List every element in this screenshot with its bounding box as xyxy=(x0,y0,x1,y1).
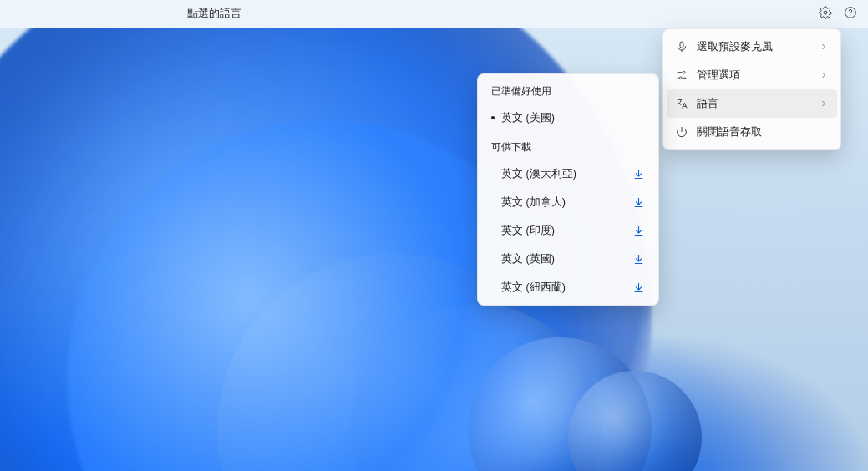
wallpaper-petal xyxy=(351,304,602,471)
svg-point-4 xyxy=(683,71,685,73)
language-item-downloadable[interactable]: 英文 (加拿大) xyxy=(481,188,655,216)
language-label: 英文 (印度) xyxy=(501,224,632,238)
help-icon xyxy=(844,6,857,22)
language-item-downloadable[interactable]: 英文 (紐西蘭) xyxy=(481,273,655,301)
selected-bullet-icon xyxy=(491,116,495,119)
topbar-title: 點選的語言 xyxy=(187,7,241,21)
chevron-right-icon xyxy=(819,70,829,80)
svg-rect-3 xyxy=(680,42,683,48)
chevron-right-icon xyxy=(819,99,829,109)
language-label: 英文 (紐西蘭) xyxy=(501,281,632,295)
download-icon[interactable] xyxy=(632,281,645,294)
download-icon[interactable] xyxy=(632,224,645,237)
menu-item-manage-options[interactable]: 管理選項 xyxy=(667,61,837,89)
language-panel: 已準備好使用 英文 (美國) 可供下載 英文 (澳大利亞) 英文 (加拿大) 英… xyxy=(477,73,659,306)
language-item-downloadable[interactable]: 英文 (印度) xyxy=(481,216,655,245)
gear-icon xyxy=(819,6,832,22)
chevron-right-icon xyxy=(819,42,829,52)
help-button[interactable] xyxy=(838,3,863,26)
language-item-downloadable[interactable]: 英文 (英國) xyxy=(481,245,655,273)
settings-menu: 選取預設麥克風 管理選項 語言 關閉語音存取 xyxy=(662,28,841,150)
language-label: 英文 (英國) xyxy=(501,252,632,266)
language-label: 英文 (加拿大) xyxy=(501,195,632,210)
language-label: 英文 (美國) xyxy=(501,111,645,125)
language-icon xyxy=(675,97,688,110)
svg-point-0 xyxy=(824,11,827,14)
menu-item-label: 關閉語音存取 xyxy=(697,125,829,139)
language-item-downloadable[interactable]: 英文 (澳大利亞) xyxy=(481,160,655,188)
download-icon[interactable] xyxy=(632,167,645,180)
svg-point-5 xyxy=(679,77,682,79)
section-header-downloadable: 可供下載 xyxy=(481,132,655,160)
menu-item-turn-off-voice-access[interactable]: 關閉語音存取 xyxy=(667,118,837,146)
power-icon xyxy=(675,125,688,139)
download-icon[interactable] xyxy=(632,195,645,209)
microphone-icon xyxy=(675,40,688,53)
menu-item-language[interactable]: 語言 xyxy=(667,89,837,118)
voice-access-topbar: 點選的語言 xyxy=(0,0,868,28)
sliders-icon xyxy=(675,68,688,82)
menu-item-label: 管理選項 xyxy=(697,68,810,83)
download-icon[interactable] xyxy=(632,252,645,266)
language-item-ready[interactable]: 英文 (美國) xyxy=(481,104,655,132)
language-label: 英文 (澳大利亞) xyxy=(501,167,632,181)
menu-item-label: 選取預設麥克風 xyxy=(697,40,810,54)
svg-point-2 xyxy=(850,15,851,16)
menu-item-label: 語言 xyxy=(697,97,810,111)
section-header-ready: 已準備好使用 xyxy=(481,81,655,104)
settings-button[interactable] xyxy=(813,3,838,26)
menu-item-default-mic[interactable]: 選取預設麥克風 xyxy=(667,33,837,61)
